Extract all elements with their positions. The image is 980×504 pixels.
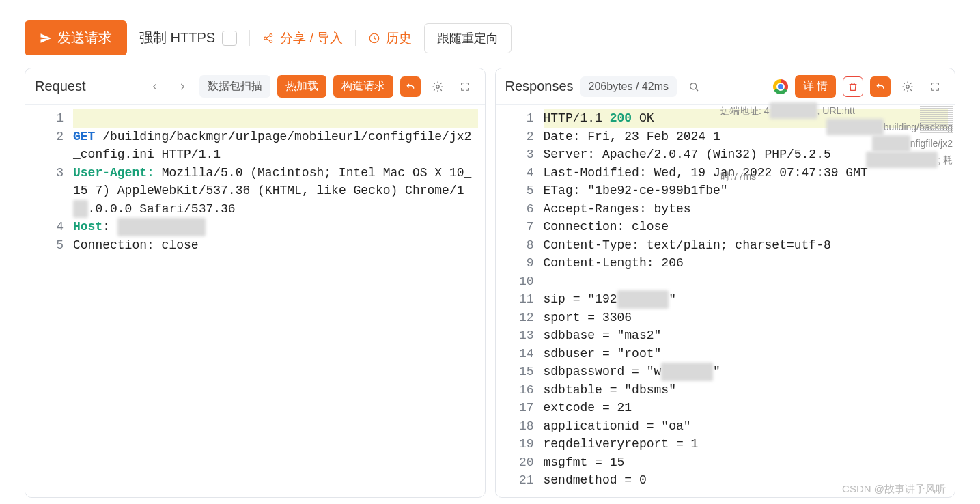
reply-action-button[interactable] (870, 76, 891, 97)
undo-icon (875, 81, 886, 92)
minimap (920, 102, 953, 135)
request-title: Request (35, 79, 86, 94)
response-panel-head: Responses 206bytes / 42ms 详 情 (496, 68, 955, 105)
share-import-label: 分享 / 导入 (280, 29, 343, 47)
follow-redirect-button[interactable]: 跟随重定向 (424, 23, 512, 53)
trash-icon (848, 81, 858, 92)
response-gutter: 123456789101112131415161718192021 (496, 105, 544, 497)
divider (766, 79, 766, 95)
build-request-button[interactable]: 构造请求 (333, 75, 393, 98)
nav-prev-button[interactable] (145, 76, 165, 97)
share-import-link[interactable]: 分享 / 导入 (262, 29, 343, 47)
top-toolbar: 发送请求 强制 HTTPS 分享 / 导入 历史 跟随重定向 (0, 0, 980, 68)
response-settings-button[interactable] (897, 76, 918, 97)
share-icon (262, 32, 275, 44)
paper-plane-icon (40, 32, 52, 44)
history-label: 历史 (386, 29, 412, 47)
response-title: Responses (505, 79, 574, 94)
undo-icon (405, 81, 416, 92)
gear-icon (901, 81, 914, 93)
expand-icon (460, 81, 471, 92)
send-request-label: 发送请求 (57, 29, 112, 47)
svg-point-4 (436, 85, 439, 88)
hot-reload-button[interactable]: 热加载 (277, 75, 326, 98)
search-button[interactable] (684, 76, 704, 97)
detail-button[interactable]: 详 情 (795, 75, 836, 98)
request-code[interactable]: GET /building/backmgr/urlpage/mobileurl/… (73, 105, 485, 497)
force-https-label: 强制 HTTPS (139, 29, 215, 47)
response-panel: Responses 206bytes / 42ms 详 情 123456 (495, 68, 956, 498)
delete-button[interactable] (843, 76, 863, 97)
request-panel-head: Request 数据包扫描 热加载 构造请求 (25, 68, 485, 105)
svg-point-5 (690, 83, 697, 89)
expand-icon (929, 81, 940, 92)
history-link[interactable]: 历史 (368, 29, 412, 47)
response-code[interactable]: HTTP/1.1 200 OKDate: Fri, 23 Feb 2024 1S… (544, 105, 955, 497)
nav-next-button[interactable] (172, 76, 193, 97)
refresh-action-button[interactable] (400, 76, 421, 97)
divider (249, 30, 250, 46)
watermark: CSDN @故事讲予风听 (842, 483, 946, 496)
request-editor[interactable]: 12345 GET /building/backmgr/urlpage/mobi… (25, 105, 485, 497)
chrome-icon[interactable] (773, 79, 788, 94)
request-gutter: 12345 (25, 105, 73, 497)
panels-row: Request 数据包扫描 热加载 构造请求 12345 GET /buildi… (0, 68, 980, 498)
scan-packets-button[interactable]: 数据包扫描 (199, 75, 270, 98)
request-panel: Request 数据包扫描 热加载 构造请求 12345 GET /buildi… (25, 68, 486, 498)
search-icon (688, 81, 700, 93)
clock-icon (368, 32, 380, 44)
response-editor[interactable]: 123456789101112131415161718192021 HTTP/1… (496, 105, 955, 497)
response-expand-button[interactable] (925, 76, 945, 97)
expand-button[interactable] (455, 76, 475, 97)
checkbox-icon[interactable] (222, 31, 237, 46)
force-https-toggle[interactable]: 强制 HTTPS (139, 29, 237, 47)
response-meta: 206bytes / 42ms (580, 76, 677, 97)
send-request-button[interactable]: 发送请求 (25, 20, 127, 55)
svg-point-6 (906, 85, 910, 88)
settings-button[interactable] (428, 76, 448, 97)
divider (355, 30, 356, 46)
gear-icon (432, 81, 444, 93)
